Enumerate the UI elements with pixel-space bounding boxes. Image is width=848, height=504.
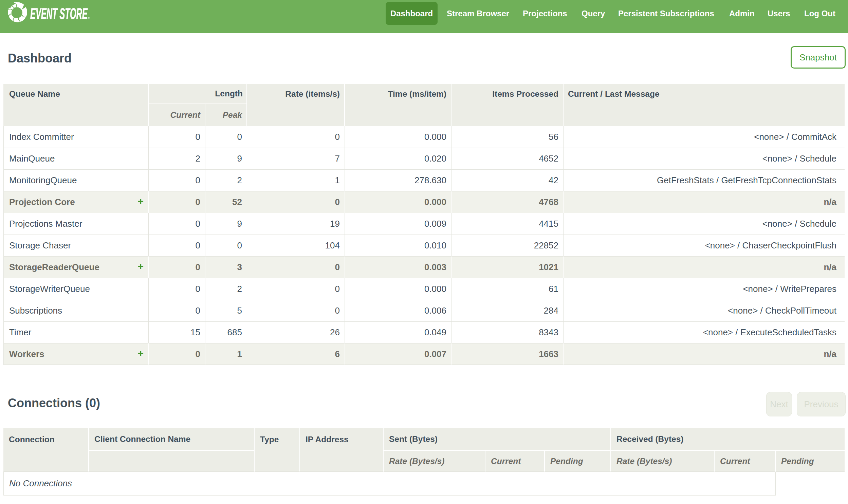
svg-text:®: ® [88, 17, 90, 20]
